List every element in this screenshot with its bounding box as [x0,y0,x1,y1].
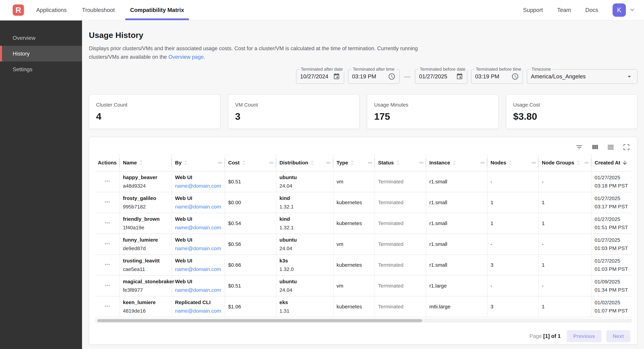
column-resize-handle-icon[interactable] [367,160,373,166]
sidebar-item-history[interactable]: History [0,46,82,61]
column-resize-handle-icon[interactable] [326,160,332,166]
created-by-email[interactable]: name@domain.com [175,246,223,251]
column-resize-handle-icon[interactable] [584,160,590,166]
filter-icon[interactable] [575,143,583,151]
stat-label: VM Count [235,102,352,108]
created-by-email[interactable]: name@domain.com [175,183,223,189]
table-header-row: Actions Name By Cost Distribution Type S… [95,154,632,171]
column-header-name[interactable]: Name [120,154,172,171]
calendar-icon[interactable] [456,73,463,80]
cluster-id: fe3f8977 [123,287,170,293]
clock-icon[interactable] [511,73,519,80]
created-date: 01/09/2025 [594,279,630,285]
sort-icon[interactable] [241,160,246,165]
sort-icon[interactable] [310,160,315,165]
table-row: frosty_galileo995b7182 Web UIname@domain… [95,192,632,213]
row-actions-button[interactable] [104,303,111,310]
created-by-email[interactable]: name@domain.com [175,287,223,293]
clock-icon[interactable] [388,73,396,80]
node-groups-value: 1 [542,304,545,309]
chevron-down-icon [628,6,636,14]
column-header-by[interactable]: By [172,154,225,171]
field-label: Terminated before date [418,67,467,72]
created-by-email[interactable]: name@domain.com [175,308,223,314]
row-actions-button[interactable] [104,240,111,247]
sort-icon[interactable] [508,160,513,165]
nav-item-docs[interactable]: Docs [586,7,598,13]
column-header-distribution[interactable]: Distribution [276,154,333,171]
density-icon[interactable] [607,143,614,151]
avatar[interactable]: K [612,3,626,17]
column-header-type[interactable]: Type [333,154,375,171]
nodes-value: 3 [490,304,494,309]
terminated-before-date-field[interactable]: Terminated before date 01/27/2025 [415,69,467,84]
terminated-after-time-field[interactable]: Terminated after time 03:19 PM [348,69,400,84]
date-range-dash: — [403,73,411,80]
created-by-email[interactable]: name@domain.com [175,204,223,210]
column-header-nodes[interactable]: Nodes [487,154,538,171]
column-header-created-at[interactable]: Created At [591,154,632,171]
sidebar-item-settings[interactable]: Settings [0,61,82,77]
previous-page-button[interactable]: Previous [567,330,602,342]
type-value: kubernetes [336,304,362,309]
calendar-icon[interactable] [333,73,340,80]
horizontal-scrollbar[interactable] [95,319,632,323]
column-resize-handle-icon[interactable] [418,160,424,166]
created-time: 01:03 PM PST [594,266,630,272]
created-by-email[interactable]: name@domain.com [175,266,223,272]
terminated-after-date-field[interactable]: Terminated after date 10/27/2024 [296,69,344,84]
sort-icon[interactable] [576,160,581,165]
distribution-name: kind [280,195,331,201]
sort-icon[interactable] [138,160,144,165]
created-time: 01:34 PM PST [594,287,630,293]
field-label: Terminated after time [352,67,396,72]
nav-item-support[interactable]: Support [523,7,543,13]
created-date: 01/27/2025 [594,196,630,201]
created-by-email[interactable]: name@domain.com [175,225,223,231]
column-resize-handle-icon[interactable] [531,160,537,166]
field-value: 03:19 PM [475,73,499,80]
sidebar: Overview History Settings [0,20,82,349]
columns-icon[interactable] [591,143,599,151]
status-value: Terminated [378,179,403,184]
sidebar-item-overview[interactable]: Overview [0,30,82,46]
column-resize-handle-icon[interactable] [480,160,486,166]
nodes-value: 1 [490,220,494,226]
timezone-select[interactable]: Timezone America/Los_Angeles [527,69,638,84]
distribution-name: ubuntu [280,279,331,285]
row-actions-button[interactable] [104,178,111,185]
fullscreen-icon[interactable] [622,143,630,151]
column-header-cost[interactable]: Cost [225,154,276,171]
row-actions-button[interactable] [104,282,111,289]
column-label: Actions [98,160,116,166]
sort-icon[interactable] [183,160,188,165]
distribution-version: 1.32.0 [280,266,331,272]
distribution-version: 1.31 [280,308,331,314]
column-header-instance[interactable]: Instance [426,154,487,171]
cost-value: $0.56 [228,241,241,247]
column-resize-handle-icon[interactable] [217,160,223,166]
nav-item-applications[interactable]: Applications [34,0,68,20]
column-header-status[interactable]: Status [375,154,426,171]
nav-item-troubleshoot[interactable]: Troubleshoot [80,0,116,20]
column-label: Name [123,160,137,166]
scrollbar-thumb[interactable] [98,319,422,322]
page-prefix: Page [530,333,542,339]
account-menu[interactable]: K [612,3,636,17]
replicated-logo[interactable]: R [13,4,24,16]
column-resize-handle-icon[interactable] [268,160,274,166]
sort-icon[interactable] [452,160,457,165]
overview-page-link[interactable]: Overview page [168,54,204,60]
sort-desc-icon[interactable] [622,160,628,166]
sort-icon[interactable] [350,160,355,165]
row-actions-button[interactable] [104,219,111,226]
cluster-id: 4819de16 [123,308,170,314]
terminated-before-time-field[interactable]: Terminated before time 03:19 PM [471,69,523,84]
column-header-node-groups[interactable]: Node Groups [538,154,591,171]
sort-icon[interactable] [395,160,400,165]
next-page-button[interactable]: Next [606,330,630,342]
row-actions-button[interactable] [104,198,111,206]
row-actions-button[interactable] [104,261,111,268]
nav-item-compatibility-matrix[interactable]: Compatibility Matrix [128,0,186,20]
nav-item-team[interactable]: Team [557,7,571,13]
